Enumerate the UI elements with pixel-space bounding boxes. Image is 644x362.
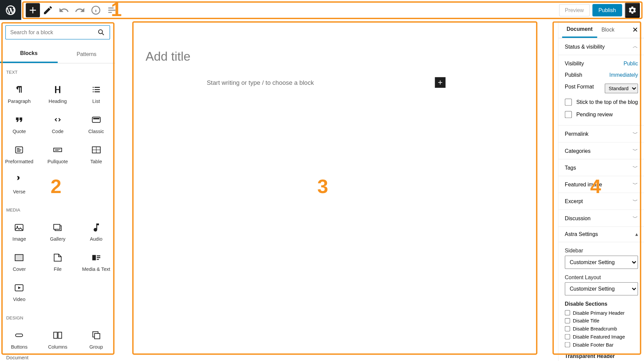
- tab-patterns[interactable]: Patterns: [58, 45, 115, 63]
- block-item-pullquote[interactable]: Pullquote: [39, 139, 77, 169]
- block-item-buttons[interactable]: Buttons: [0, 324, 39, 355]
- disable-section-checkbox[interactable]: Disable Footer Bar: [565, 341, 638, 349]
- chevron-down-icon: ﹀: [633, 197, 638, 205]
- chevron-down-icon: ﹀: [633, 214, 638, 222]
- editor-canvas[interactable]: Add title Start writing or type / to cho…: [124, 23, 551, 354]
- disable-section-checkbox[interactable]: Disable Featured Image: [565, 333, 638, 341]
- panel-excerpt[interactable]: Excerpt﹀: [559, 193, 644, 210]
- svg-rect-6: [93, 118, 99, 119]
- svg-rect-27: [58, 332, 62, 339]
- block-item-cover[interactable]: Cover: [0, 247, 39, 277]
- panel-permalink[interactable]: Permalink﹀: [559, 125, 644, 142]
- panel-categories[interactable]: Categories﹀: [559, 142, 644, 159]
- svg-line-4: [102, 34, 104, 35]
- tab-block[interactable]: Block: [597, 22, 619, 37]
- pending-review-checkbox[interactable]: Pending review: [565, 108, 638, 121]
- astra-content-layout-select[interactable]: Customizer Setting: [565, 282, 638, 295]
- category-media-heading: MEDIA: [0, 201, 115, 215]
- disable-section-checkbox[interactable]: Disable Breadcrumb: [565, 324, 638, 333]
- settings-button[interactable]: [625, 2, 640, 17]
- block-item-list[interactable]: List: [77, 79, 115, 109]
- panel-astra-settings[interactable]: Astra Settings▴: [559, 227, 644, 242]
- block-item-classic[interactable]: Classic: [77, 109, 115, 139]
- block-item-code[interactable]: Code: [39, 109, 77, 139]
- chevron-down-icon: ﹀: [633, 147, 638, 154]
- block-item-table[interactable]: Table: [77, 139, 115, 169]
- chevron-down-icon: ﹀: [633, 164, 638, 171]
- panel-tags[interactable]: Tags﹀: [559, 159, 644, 176]
- block-item-file[interactable]: File: [39, 247, 77, 277]
- block-item-columns[interactable]: Columns: [39, 324, 77, 355]
- svg-point-3: [99, 30, 103, 34]
- top-toolbar: Preview Publish: [21, 0, 644, 20]
- close-sidebar-button[interactable]: ✕: [630, 23, 641, 36]
- panel-discussion[interactable]: Discussion﹀: [559, 210, 644, 227]
- svg-rect-25: [16, 334, 23, 337]
- block-item-verse[interactable]: Verse: [0, 169, 39, 199]
- block-item-preformatted[interactable]: Preformatted: [0, 139, 39, 169]
- chevron-down-icon: ﹀: [633, 180, 638, 188]
- publish-date-value[interactable]: Immediately: [609, 72, 638, 78]
- settings-sidebar: Document Block ✕ Status & visibility︿ Vi…: [558, 21, 644, 361]
- tab-blocks[interactable]: Blocks: [0, 45, 58, 63]
- block-item-gallery[interactable]: Gallery: [39, 217, 77, 247]
- block-item-image[interactable]: Image: [0, 217, 39, 247]
- chevron-up-icon: ︿: [633, 43, 638, 50]
- edit-mode-button[interactable]: [40, 2, 56, 18]
- stick-to-top-checkbox[interactable]: Stick to the top of the blog: [565, 96, 638, 108]
- chevron-down-icon: ﹀: [633, 130, 638, 137]
- search-icon: [97, 28, 105, 37]
- svg-rect-17: [54, 224, 60, 229]
- wordpress-logo[interactable]: [0, 0, 21, 20]
- post-body-placeholder[interactable]: Start writing or type / to choose a bloc…: [207, 79, 314, 86]
- panel-status-visibility[interactable]: Status & visibility︿: [559, 38, 644, 55]
- svg-rect-19: [15, 254, 23, 261]
- outline-button[interactable]: [104, 2, 120, 18]
- preview-button[interactable]: Preview: [559, 4, 590, 16]
- svg-rect-8: [54, 148, 62, 152]
- panel-featured-image[interactable]: Featured image﹀: [559, 176, 644, 193]
- disable-section-checkbox[interactable]: Disable Primary Header: [565, 309, 638, 317]
- astra-sidebar-select[interactable]: Customizer Setting: [565, 255, 638, 269]
- svg-rect-20: [92, 255, 96, 260]
- block-item-heading[interactable]: Heading: [39, 79, 77, 109]
- inline-add-block-button[interactable]: +: [435, 77, 446, 88]
- block-item-audio[interactable]: Audio: [77, 217, 115, 247]
- svg-rect-29: [94, 334, 100, 339]
- category-design-heading: DESIGN: [0, 309, 115, 323]
- block-item-group[interactable]: Group: [77, 324, 115, 355]
- undo-button[interactable]: [56, 2, 72, 18]
- redo-button[interactable]: [72, 2, 88, 18]
- disable-section-checkbox[interactable]: Disable Title: [565, 317, 638, 325]
- add-block-button[interactable]: [26, 3, 40, 17]
- block-item-media-text[interactable]: Media & Text: [77, 247, 115, 277]
- block-item-paragraph[interactable]: Paragraph: [0, 79, 39, 109]
- info-button[interactable]: [88, 2, 104, 18]
- publish-button[interactable]: Publish: [592, 4, 622, 16]
- svg-rect-5: [92, 117, 100, 122]
- block-search-input[interactable]: [5, 25, 110, 39]
- chevron-up-icon: ▴: [636, 231, 638, 237]
- post-title-input[interactable]: Add title: [124, 23, 551, 73]
- category-text-heading: TEXT: [0, 63, 115, 77]
- tab-document[interactable]: Document: [562, 21, 597, 38]
- svg-rect-26: [54, 332, 57, 339]
- block-inserter-panel: Blocks Patterns TEXT ParagraphHeadingLis…: [0, 20, 115, 361]
- block-item-quote[interactable]: Quote: [0, 109, 39, 139]
- visibility-value[interactable]: Public: [624, 60, 638, 67]
- post-format-select[interactable]: Standard: [605, 83, 638, 93]
- block-item-video[interactable]: Video: [0, 277, 39, 307]
- breadcrumb[interactable]: Document: [4, 354, 30, 361]
